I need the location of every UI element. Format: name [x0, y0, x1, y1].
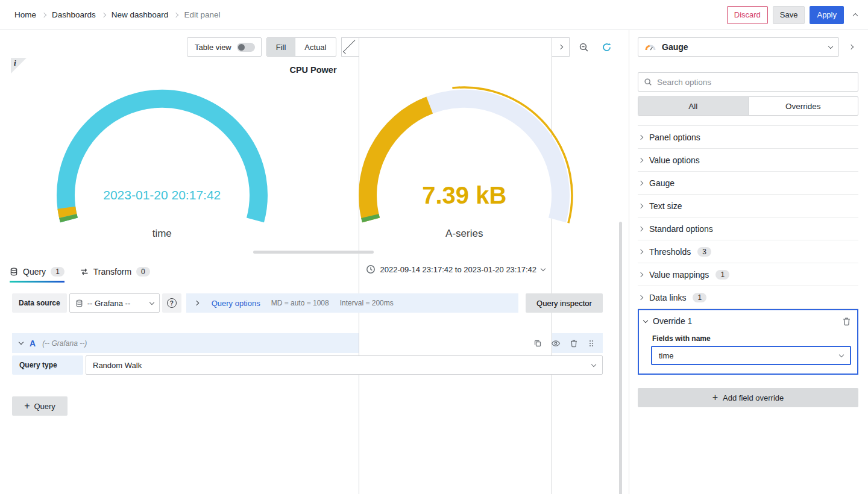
- gauge-series-label: A-series: [350, 228, 579, 240]
- section-standard-options[interactable]: Standard options: [638, 217, 858, 240]
- search-icon: [644, 78, 652, 86]
- chevron-down-icon: [19, 340, 24, 345]
- vertical-scrollbar[interactable]: [619, 222, 622, 494]
- gauge-value: 7.39 kB: [350, 182, 579, 209]
- visualization-name: Gauge: [662, 42, 688, 52]
- override-title: Override 1: [653, 316, 692, 326]
- database-icon: [10, 267, 18, 276]
- breadcrumb: Home Dashboards New dashboard Edit panel: [14, 10, 220, 19]
- panel-toolbar: Table view Fill Actual 2022-09-14 23:17:…: [0, 30, 629, 57]
- options-pane: Gauge Search options All Overrides Panel…: [629, 30, 868, 494]
- data-links-count-badge: 1: [693, 293, 706, 302]
- gauge-time: 2023-01-20 20:17:42 time: [48, 81, 277, 240]
- add-field-override-button[interactable]: + Add field override: [638, 388, 858, 407]
- header-actions: Discard Save Apply: [727, 6, 857, 24]
- gauge-a-series: 7.39 kB A-series: [350, 81, 579, 240]
- gauge-panel: i CPU Power 2023-01-20 20:17:42 time 7.3…: [11, 57, 615, 254]
- tab-overrides[interactable]: Overrides: [748, 97, 858, 115]
- section-value-options[interactable]: Value options: [638, 149, 858, 172]
- chevron-right-icon: [101, 12, 106, 17]
- actual-option[interactable]: Actual: [295, 38, 335, 56]
- time-shift-back-button[interactable]: [341, 37, 359, 57]
- fill-actual-switch: Fill Actual: [266, 37, 336, 57]
- plus-icon: +: [712, 393, 718, 402]
- chevron-up-icon[interactable]: [854, 12, 857, 17]
- question-icon: ?: [167, 298, 177, 308]
- apply-button[interactable]: Apply: [810, 6, 844, 24]
- top-bar: Home Dashboards New dashboard Edit panel…: [0, 0, 868, 30]
- section-data-links[interactable]: Data links 1: [638, 286, 858, 309]
- panel-info-corner[interactable]: i: [11, 58, 27, 73]
- override-1-header[interactable]: Override 1: [644, 310, 851, 332]
- chevron-down-icon: [828, 43, 833, 48]
- tab-query[interactable]: Query 1: [10, 267, 64, 283]
- query-inspector-button[interactable]: Query inspector: [526, 293, 603, 313]
- breadcrumb-edit-panel: Edit panel: [184, 10, 220, 19]
- fill-option[interactable]: Fill: [267, 38, 296, 56]
- chevron-right-icon: [174, 12, 178, 17]
- hide-query-icon[interactable]: [551, 339, 561, 348]
- data-source-label: Data source: [12, 293, 67, 313]
- breadcrumb-dashboards[interactable]: Dashboards: [52, 10, 96, 19]
- table-view-label: Table view: [195, 43, 231, 52]
- add-query-label: Query: [34, 402, 55, 411]
- edit-pane: Table view Fill Actual 2022-09-14 23:17:…: [0, 30, 629, 494]
- tab-transform[interactable]: Transform 0: [80, 267, 150, 283]
- query-options-row[interactable]: Query options MD = auto = 1008 Interval …: [186, 293, 518, 313]
- toggle-switch[interactable]: [237, 43, 255, 52]
- refresh-icon[interactable]: [597, 37, 615, 57]
- breadcrumb-new-dashboard[interactable]: New dashboard: [112, 10, 169, 19]
- delete-query-icon[interactable]: [570, 339, 578, 348]
- override-field-label: Fields with name: [652, 334, 851, 343]
- gauge-arc: [350, 81, 579, 231]
- transform-icon: [80, 267, 89, 276]
- info-icon: i: [14, 58, 16, 68]
- override-field-select[interactable]: time: [651, 346, 851, 365]
- section-thresholds[interactable]: Thresholds 3: [638, 240, 858, 263]
- chevron-down-icon: [643, 317, 648, 322]
- data-source-value: -- Grafana --: [87, 299, 131, 308]
- drag-handle-icon[interactable]: [587, 339, 596, 348]
- zoom-out-icon[interactable]: [574, 37, 593, 57]
- options-filter-tabs: All Overrides: [638, 96, 858, 116]
- gauge-value: 2023-01-20 20:17:42: [48, 188, 277, 202]
- search-options-input[interactable]: Search options: [638, 72, 858, 92]
- section-panel-options[interactable]: Panel options: [638, 126, 858, 149]
- gauge-viz-icon: [644, 43, 656, 51]
- query-datasource-name: (-- Grafana --): [42, 339, 87, 348]
- tab-all[interactable]: All: [638, 97, 748, 115]
- chevron-right-icon: [638, 272, 643, 277]
- visualization-picker[interactable]: Gauge: [638, 37, 839, 57]
- chevron-down-icon: [839, 352, 844, 357]
- chevron-down-icon: [149, 299, 154, 304]
- collapse-options-button[interactable]: [844, 45, 858, 49]
- query-options-md: MD = auto = 1008: [271, 299, 329, 307]
- duplicate-query-icon[interactable]: [533, 339, 542, 348]
- table-view-toggle[interactable]: Table view: [187, 37, 262, 57]
- delete-override-icon[interactable]: [842, 317, 851, 326]
- section-text-size[interactable]: Text size: [638, 195, 858, 217]
- search-placeholder: Search options: [657, 78, 711, 87]
- chevron-right-icon: [638, 249, 643, 254]
- time-range-label: 2022-09-14 23:17:42 to 2023-01-20 23:17:…: [380, 265, 537, 274]
- save-button[interactable]: Save: [773, 6, 805, 24]
- chevron-right-icon: [193, 301, 198, 305]
- data-source-picker[interactable]: -- Grafana --: [69, 293, 160, 313]
- chevron-right-icon: [638, 157, 643, 162]
- panel-resize-handle[interactable]: [253, 251, 374, 254]
- add-field-override-label: Add field override: [723, 393, 784, 402]
- time-picker: 2022-09-14 23:17:42 to 2023-01-20 23:17:…: [341, 37, 570, 57]
- section-value-mappings[interactable]: Value mappings 1: [638, 263, 858, 286]
- query-type-select[interactable]: Random Walk: [86, 355, 603, 375]
- help-button[interactable]: ?: [162, 293, 181, 313]
- time-shift-forward-button[interactable]: [552, 37, 570, 57]
- query-type-label: Query type: [12, 355, 83, 375]
- plus-icon: +: [24, 401, 30, 411]
- breadcrumb-home[interactable]: Home: [14, 10, 36, 19]
- query-options-label: Query options: [212, 299, 260, 308]
- add-query-button[interactable]: + Query: [12, 396, 68, 416]
- section-gauge[interactable]: Gauge: [638, 172, 858, 195]
- chevron-right-icon: [638, 203, 643, 208]
- query-options-interval: Interval = 200ms: [340, 299, 394, 307]
- discard-button[interactable]: Discard: [727, 6, 768, 24]
